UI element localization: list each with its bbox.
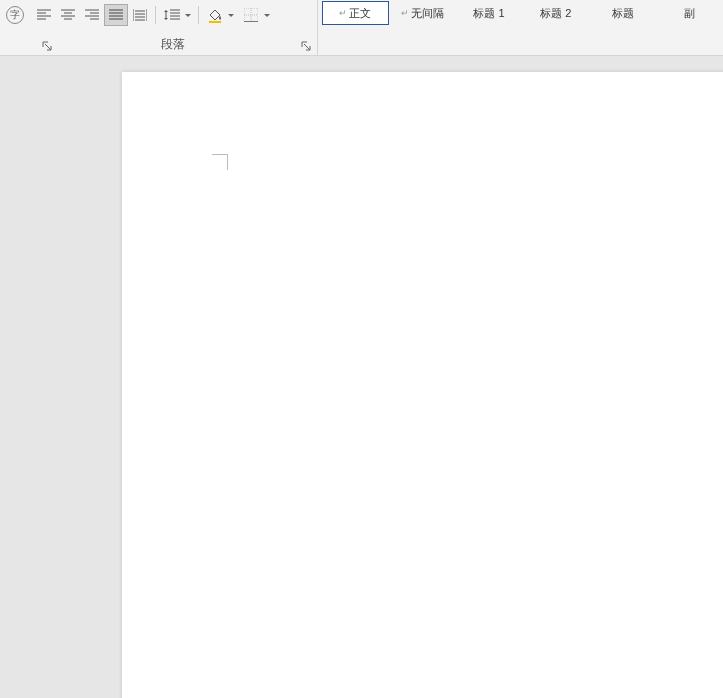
paint-bucket-icon — [207, 7, 223, 23]
font-dialog-launcher[interactable] — [42, 40, 54, 52]
align-center-button[interactable] — [56, 4, 80, 26]
style-label: 无间隔 — [411, 6, 444, 21]
chevron-down-icon — [262, 14, 272, 17]
align-right-icon — [85, 9, 99, 21]
style-item-2[interactable]: 标题 1 — [456, 1, 523, 25]
align-justify-icon — [109, 9, 123, 21]
ribbon: 字 — [0, 0, 723, 56]
paragraph-mark-icon: ↵ — [339, 8, 347, 18]
align-center-icon — [61, 9, 75, 21]
font-group-launcher[interactable]: 字 — [6, 6, 24, 24]
align-justify-button[interactable] — [104, 4, 128, 26]
align-distributed-button[interactable] — [128, 4, 152, 26]
separator — [155, 6, 156, 24]
style-label: 标题 2 — [540, 6, 571, 21]
borders-button[interactable] — [238, 4, 274, 26]
align-left-button[interactable] — [32, 4, 56, 26]
style-label: 副 — [684, 6, 695, 21]
styles-gallery: ↵正文↵无间隔标题 1标题 2标题副 — [318, 0, 723, 55]
separator — [198, 6, 199, 24]
style-item-1[interactable]: ↵无间隔 — [389, 1, 456, 25]
style-label: 标题 — [612, 6, 634, 21]
paragraph-group: 段落 — [28, 0, 318, 55]
document-area[interactable] — [0, 56, 723, 698]
paragraph-mark-icon: ↵ — [401, 8, 409, 18]
paragraph-group-label: 段落 — [28, 36, 317, 53]
paragraph-dialog-launcher[interactable] — [301, 40, 313, 52]
style-item-3[interactable]: 标题 2 — [522, 1, 589, 25]
style-label: 正文 — [349, 6, 371, 21]
align-distributed-icon — [133, 9, 147, 21]
font-launcher-label: 字 — [10, 8, 20, 22]
chevron-down-icon — [183, 14, 193, 17]
document-page[interactable] — [122, 72, 723, 698]
align-left-icon — [37, 9, 51, 21]
shading-button[interactable] — [202, 4, 238, 26]
line-spacing-icon — [164, 8, 180, 22]
align-right-button[interactable] — [80, 4, 104, 26]
style-item-4[interactable]: 标题 — [589, 1, 656, 25]
dialog-launcher-icon — [301, 41, 311, 51]
style-label: 标题 1 — [473, 6, 504, 21]
style-item-5[interactable]: 副 — [656, 1, 723, 25]
style-item-0[interactable]: ↵正文 — [322, 1, 389, 25]
line-spacing-button[interactable] — [159, 4, 195, 26]
dialog-launcher-icon — [42, 41, 52, 51]
chevron-down-icon — [226, 14, 236, 17]
borders-icon — [244, 8, 258, 22]
margin-corner-mark — [212, 154, 228, 170]
